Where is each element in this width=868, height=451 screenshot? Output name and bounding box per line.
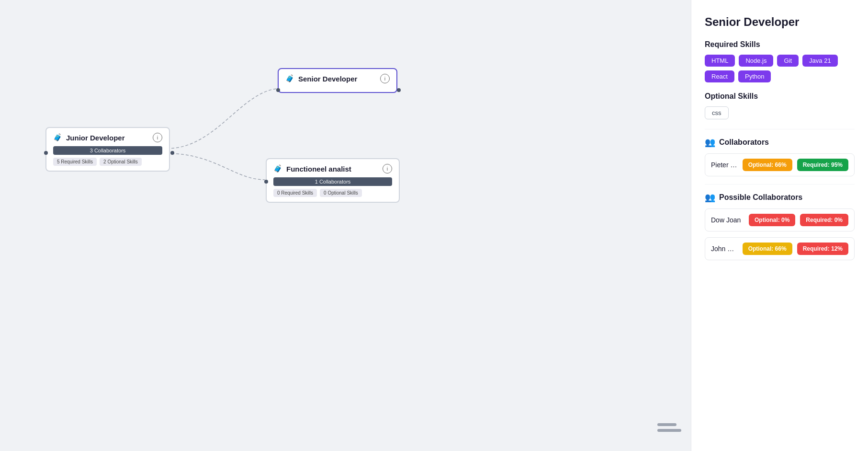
possible-collab-name-0: Dow Joan bbox=[711, 216, 744, 224]
possible-collab-required-0: Required: 0% bbox=[800, 214, 848, 226]
briefcase-icon: 🧳 bbox=[285, 74, 294, 83]
jr-conn-dot-right bbox=[170, 151, 174, 155]
info-icon[interactable]: i bbox=[380, 74, 390, 83]
optional-skills-title: Optional Skills bbox=[705, 92, 855, 101]
possible-collaborators-label: Possible Collaborators bbox=[719, 193, 802, 202]
possible-collab-name-1: John Doe bbox=[711, 245, 738, 253]
required-skills-title: Required Skills bbox=[705, 40, 855, 49]
required-skills-tags: HTML Node.js Git Java 21 React Python bbox=[705, 55, 855, 82]
possible-collaborator-row-0[interactable]: Dow Joan Optional: 0% Required: 0% bbox=[705, 208, 855, 231]
tag-python: Python bbox=[738, 70, 771, 82]
tag-git: Git bbox=[777, 55, 799, 67]
tag-html: HTML bbox=[705, 55, 735, 67]
fa-info-icon[interactable]: i bbox=[383, 164, 392, 173]
collab-required-0: Required: 95% bbox=[797, 159, 848, 171]
collaborators-icon: 👥 bbox=[705, 137, 715, 148]
possible-collaborators-icon: 👥 bbox=[705, 192, 715, 203]
collab-optional-0: Optional: 66% bbox=[743, 159, 792, 171]
collaborator-row-0[interactable]: Pieter Huyg... Optional: 66% Required: 9… bbox=[705, 153, 855, 176]
tag-css: css bbox=[705, 106, 729, 119]
legend bbox=[657, 423, 681, 432]
tag-java21: Java 21 bbox=[802, 55, 838, 67]
collaborators-label: Collaborators bbox=[719, 138, 769, 147]
jr-required-skills: 5 Required Skills bbox=[53, 158, 97, 166]
jr-conn-dot-left bbox=[44, 151, 48, 155]
briefcase-icon-jr: 🧳 bbox=[53, 133, 62, 142]
legend-item-2 bbox=[657, 429, 681, 432]
node-title: Senior Developer bbox=[298, 75, 376, 83]
fa-collaborators-bar: 1 Collaborators bbox=[273, 177, 392, 186]
fa-optional-skills: 0 Optional Skills bbox=[320, 189, 362, 197]
tag-nodejs: Node.js bbox=[739, 55, 773, 67]
collab-name-0: Pieter Huyg... bbox=[711, 161, 738, 169]
collaborators-section-header: 👥 Collaborators bbox=[705, 137, 855, 148]
jr-collaborators-bar: 3 Collaborators bbox=[53, 146, 162, 155]
possible-collab-required-1: Required: 12% bbox=[797, 243, 848, 255]
detail-title: Senior Developer bbox=[705, 15, 855, 29]
junior-developer-node[interactable]: 🧳 Junior Developer i 3 Collaborators 5 R… bbox=[45, 127, 170, 172]
fa-required-skills: 0 Required Skills bbox=[273, 189, 317, 197]
detail-panel: Senior Developer Required Skills HTML No… bbox=[691, 0, 868, 451]
possible-collab-optional-0: Optional: 0% bbox=[749, 214, 795, 226]
possible-collaborators-header: 👥 Possible Collaborators bbox=[705, 192, 855, 203]
senior-developer-node[interactable]: 🧳 Senior Developer i bbox=[278, 68, 397, 93]
functioneel-analist-node[interactable]: 🧳 Functioneel analist i 1 Collaborators … bbox=[266, 158, 400, 203]
jr-optional-skills: 2 Optional Skills bbox=[100, 158, 142, 166]
briefcase-icon-fa: 🧳 bbox=[273, 164, 282, 173]
jr-node-title: Junior Developer bbox=[66, 134, 149, 142]
jr-info-icon[interactable]: i bbox=[153, 133, 162, 142]
possible-collab-optional-1: Optional: 66% bbox=[743, 243, 792, 255]
optional-skills-tags: css bbox=[705, 106, 855, 119]
conn-dot-left bbox=[276, 88, 280, 92]
fa-conn-dot-left bbox=[264, 180, 268, 184]
divider-1 bbox=[705, 129, 855, 129]
conn-dot-right bbox=[397, 88, 401, 92]
legend-item-1 bbox=[657, 423, 676, 426]
possible-collaborator-row-1[interactable]: John Doe Optional: 66% Required: 12% bbox=[705, 237, 855, 260]
fa-node-title: Functioneel analist bbox=[286, 165, 379, 173]
divider-2 bbox=[705, 184, 855, 185]
tag-react: React bbox=[705, 70, 734, 82]
